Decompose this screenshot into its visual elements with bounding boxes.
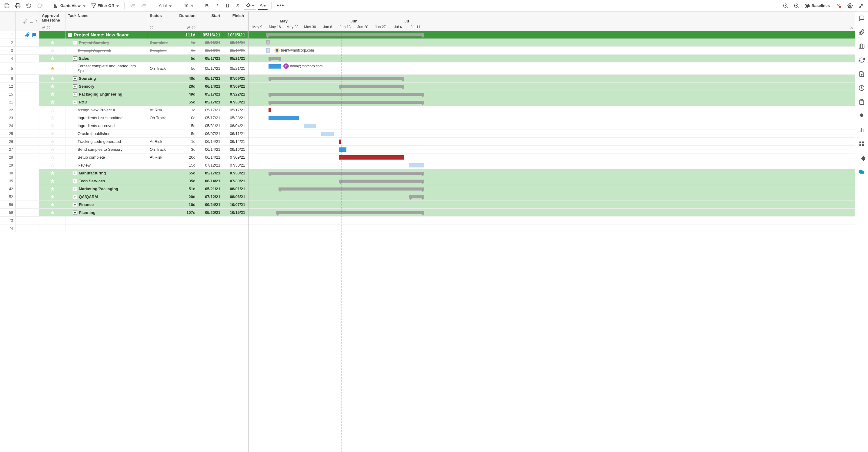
star-icon[interactable]: ★ [50, 202, 55, 207]
filter-button[interactable]: Filter Off [89, 1, 121, 10]
fill-color-button[interactable] [244, 1, 256, 10]
finish-cell[interactable]: 05/28/21 [223, 114, 248, 122]
zoom-out-button[interactable] [781, 1, 790, 10]
gantt-bar[interactable] [304, 124, 316, 128]
task-cell[interactable]: +Finance [65, 201, 147, 208]
collapse-button[interactable] [857, 1, 866, 10]
finish-cell[interactable]: 10/15/21 [223, 209, 248, 216]
task-cell[interactable] [65, 225, 147, 232]
gantt-bar[interactable] [269, 172, 424, 175]
assignee[interactable]: 👤brent@mbfcorp.com [274, 48, 314, 53]
row-number[interactable]: 52 [0, 193, 16, 200]
star-icon[interactable]: ★ [50, 99, 55, 105]
status-cell[interactable]: Complete [147, 47, 174, 54]
week-header[interactable]: May 30 [301, 25, 319, 29]
week-header[interactable]: Jul 11 [407, 25, 424, 29]
star-icon[interactable]: ★ [50, 186, 55, 192]
approval-cell[interactable]: ☆ [39, 138, 65, 145]
gantt-row[interactable] [249, 31, 855, 39]
status-cell[interactable]: At Risk [147, 138, 174, 145]
week-header[interactable]: May 16 [266, 25, 284, 29]
gantt-bar[interactable] [276, 211, 424, 214]
gantt-bar[interactable] [269, 57, 281, 60]
gantt-row[interactable] [249, 193, 855, 201]
duration-cell[interactable]: 1d [174, 39, 198, 47]
critical-path-button[interactable] [835, 1, 844, 10]
gantt-bar[interactable] [339, 179, 424, 182]
approval-cell[interactable]: ☆ [39, 47, 65, 54]
row-number[interactable]: 22 [0, 106, 16, 114]
task-cell[interactable]: Review [65, 161, 147, 169]
expand-button[interactable]: + [73, 187, 77, 191]
finish-cell[interactable]: 10/07/21 [223, 201, 248, 208]
save-button[interactable] [2, 1, 11, 10]
underline-button[interactable]: U [223, 1, 232, 10]
duration-cell[interactable]: 35d [174, 177, 198, 185]
table-row[interactable]: 28☆Setup completeAt Risk20d06/14/2107/09… [0, 153, 248, 161]
status-cell[interactable] [147, 185, 174, 193]
start-cell[interactable]: 06/14/21 [198, 146, 223, 153]
task-cell[interactable]: -Project Name: New flavor [65, 31, 147, 38]
diamond-button[interactable] [858, 153, 866, 162]
star-icon[interactable]: ★ [50, 178, 55, 184]
refresh-button[interactable] [858, 56, 866, 64]
row-number[interactable]: 59 [0, 209, 16, 216]
row-number[interactable]: 25 [0, 130, 16, 137]
gantt-row[interactable] [249, 98, 855, 106]
more-button[interactable]: ••• [275, 1, 286, 10]
status-cell[interactable]: At Risk [147, 106, 174, 114]
table-row[interactable]: 5★Forcast complete and loaded into Spiri… [0, 62, 248, 75]
start-cell[interactable]: 07/12/21 [198, 193, 223, 200]
expand-button[interactable]: + [73, 179, 77, 183]
duration-cell[interactable]: 111d [174, 31, 198, 38]
duration-cell[interactable]: 1d [174, 138, 198, 145]
status-cell[interactable] [147, 90, 174, 98]
task-cell[interactable]: Tracking code generated [65, 138, 147, 145]
task-cell[interactable]: Ingredients List submitted [65, 114, 147, 122]
idea-button[interactable] [858, 112, 866, 120]
task-cell[interactable]: +Packaging Engineering [65, 90, 147, 98]
finish-cell[interactable]: 07/30/21 [223, 161, 248, 169]
gantt-row[interactable] [249, 177, 855, 185]
gantt-row[interactable] [249, 185, 855, 193]
status-cell[interactable]: On Track [147, 62, 174, 74]
row-number[interactable]: 30 [0, 169, 16, 177]
task-cell[interactable] [65, 217, 147, 224]
finish-cell[interactable]: 06/14/21 [223, 138, 248, 145]
finish-cell[interactable]: 06/11/21 [223, 130, 248, 137]
star-icon[interactable]: ☆ [50, 123, 55, 129]
start-cell[interactable]: 06/07/21 [198, 130, 223, 137]
star-icon[interactable]: ☆ [50, 139, 55, 144]
finish-cell[interactable]: 08/01/21 [223, 185, 248, 193]
gantt-row[interactable] [249, 130, 855, 138]
task-cell[interactable]: Forcast complete and loaded into Spirit [65, 62, 147, 74]
status-cell[interactable] [147, 161, 174, 169]
attachment-icon[interactable] [25, 32, 30, 37]
task-cell[interactable]: Ingredients approved [65, 122, 147, 130]
row-number[interactable]: 5 [0, 62, 16, 74]
approval-cell[interactable] [39, 217, 65, 224]
approval-cell[interactable]: ★ [39, 83, 65, 90]
task-cell[interactable]: +Manufacturing [65, 169, 147, 177]
finish-cell[interactable]: 05/17/21 [223, 106, 248, 114]
table-row[interactable]: 26☆Tracking code generatedAt Risk1d06/14… [0, 138, 248, 146]
column-header-start[interactable]: Start [198, 11, 223, 31]
star-icon[interactable]: ★ [50, 91, 55, 97]
table-row[interactable]: 24☆Ingredients approved5d05/31/2106/04/2… [0, 122, 248, 130]
grid-button[interactable] [858, 140, 866, 148]
activity-button[interactable] [858, 84, 866, 92]
gantt-bar[interactable] [409, 195, 424, 198]
gantt-row[interactable] [249, 75, 855, 83]
task-cell[interactable]: Assign New Project # [65, 106, 147, 114]
finish-cell[interactable]: 07/22/21 [223, 90, 248, 98]
status-cell[interactable] [147, 75, 174, 82]
approval-cell[interactable]: ★ [39, 201, 65, 208]
duration-cell[interactable]: 55d [174, 169, 198, 177]
start-cell[interactable]: 05/17/21 [198, 98, 223, 106]
row-number[interactable]: 35 [0, 177, 16, 185]
approval-cell[interactable]: ☆ [39, 114, 65, 122]
strikethrough-button[interactable]: S [234, 1, 242, 10]
finish-cell[interactable]: 07/09/21 [223, 153, 248, 161]
column-header-task[interactable]: Task Name [65, 11, 147, 31]
gantt-bar[interactable] [269, 64, 281, 68]
